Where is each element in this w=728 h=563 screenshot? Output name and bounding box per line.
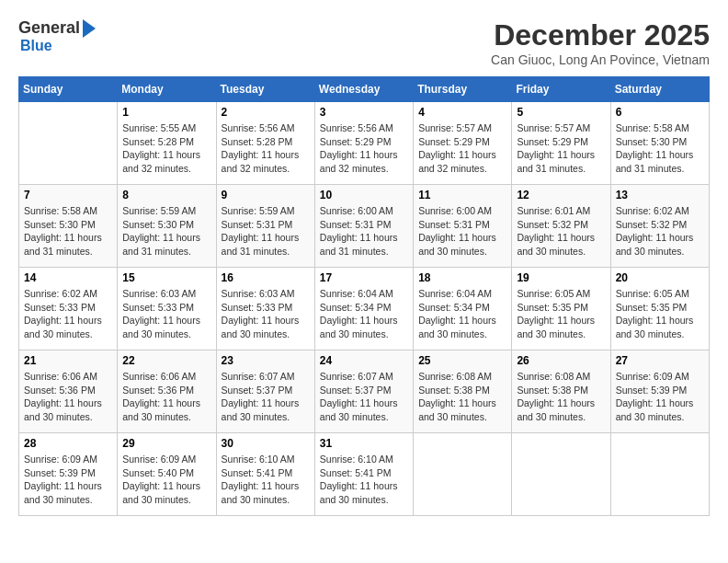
day-info: Sunrise: 6:00 AMSunset: 5:31 PMDaylight:…: [418, 204, 506, 259]
day-info: Sunrise: 5:59 AMSunset: 5:31 PMDaylight:…: [222, 204, 310, 259]
calendar-cell: 22Sunrise: 6:06 AMSunset: 5:36 PMDayligh…: [118, 350, 216, 433]
day-info: Sunrise: 6:05 AMSunset: 5:35 PMDaylight:…: [517, 287, 605, 341]
calendar-cell: 8Sunrise: 5:59 AMSunset: 5:30 PMDaylight…: [118, 185, 216, 268]
day-info: Sunrise: 6:08 AMSunset: 5:38 PMDaylight:…: [418, 370, 506, 424]
column-header-monday: Monday: [118, 77, 216, 102]
calendar-cell: 16Sunrise: 6:03 AMSunset: 5:33 PMDayligh…: [216, 268, 314, 350]
day-number: 10: [320, 189, 408, 201]
day-number: 9: [222, 189, 310, 201]
logo: General Blue: [18, 18, 96, 54]
calendar-cell: 1Sunrise: 5:55 AMSunset: 5:28 PMDaylight…: [118, 102, 216, 185]
day-number: 25: [418, 354, 506, 367]
day-number: 2: [222, 106, 310, 119]
calendar-cell: [414, 433, 512, 516]
calendar-cell: [19, 102, 118, 185]
day-number: 11: [418, 189, 506, 201]
day-number: 24: [320, 354, 408, 367]
calendar-cell: [610, 433, 709, 516]
day-number: 17: [320, 271, 408, 284]
day-number: 4: [418, 106, 506, 119]
day-info: Sunrise: 6:02 AMSunset: 5:33 PMDaylight:…: [24, 287, 112, 341]
calendar-cell: 13Sunrise: 6:02 AMSunset: 5:32 PMDayligh…: [610, 185, 709, 268]
column-header-tuesday: Tuesday: [216, 77, 314, 102]
day-info: Sunrise: 5:57 AMSunset: 5:29 PMDaylight:…: [418, 121, 506, 176]
day-info: Sunrise: 5:57 AMSunset: 5:29 PMDaylight:…: [517, 121, 605, 176]
day-info: Sunrise: 6:06 AMSunset: 5:36 PMDaylight:…: [122, 370, 210, 424]
day-number: 31: [320, 437, 408, 450]
day-info: Sunrise: 6:09 AMSunset: 5:39 PMDaylight:…: [24, 453, 112, 507]
day-number: 23: [222, 354, 310, 367]
day-info: Sunrise: 6:08 AMSunset: 5:38 PMDaylight:…: [517, 370, 605, 424]
calendar-cell: 21Sunrise: 6:06 AMSunset: 5:36 PMDayligh…: [19, 350, 118, 433]
column-header-thursday: Thursday: [414, 77, 512, 102]
calendar-cell: 12Sunrise: 6:01 AMSunset: 5:32 PMDayligh…: [512, 185, 610, 268]
calendar-cell: 27Sunrise: 6:09 AMSunset: 5:39 PMDayligh…: [610, 350, 709, 433]
day-info: Sunrise: 6:10 AMSunset: 5:41 PMDaylight:…: [320, 453, 408, 507]
day-number: 18: [418, 271, 506, 284]
day-info: Sunrise: 6:03 AMSunset: 5:33 PMDaylight:…: [122, 287, 210, 341]
calendar-cell: 20Sunrise: 6:05 AMSunset: 5:35 PMDayligh…: [610, 268, 709, 350]
calendar-cell: 6Sunrise: 5:58 AMSunset: 5:30 PMDaylight…: [610, 102, 709, 185]
logo-general-text: General: [18, 18, 80, 38]
day-number: 15: [122, 271, 210, 284]
day-number: 7: [24, 189, 112, 201]
day-info: Sunrise: 6:07 AMSunset: 5:37 PMDaylight:…: [222, 370, 310, 424]
calendar-cell: 31Sunrise: 6:10 AMSunset: 5:41 PMDayligh…: [314, 433, 413, 516]
calendar-cell: 11Sunrise: 6:00 AMSunset: 5:31 PMDayligh…: [414, 185, 512, 268]
calendar-cell: 17Sunrise: 6:04 AMSunset: 5:34 PMDayligh…: [314, 268, 413, 350]
day-info: Sunrise: 6:00 AMSunset: 5:31 PMDaylight:…: [320, 204, 408, 259]
day-number: 29: [122, 437, 210, 450]
day-info: Sunrise: 6:05 AMSunset: 5:35 PMDaylight:…: [616, 287, 704, 341]
calendar-cell: 28Sunrise: 6:09 AMSunset: 5:39 PMDayligh…: [19, 433, 118, 516]
day-number: 13: [616, 189, 704, 201]
day-number: 28: [24, 437, 112, 450]
calendar-cell: [512, 433, 610, 516]
calendar-cell: 24Sunrise: 6:07 AMSunset: 5:37 PMDayligh…: [314, 350, 413, 433]
day-info: Sunrise: 6:01 AMSunset: 5:32 PMDaylight:…: [517, 204, 605, 259]
day-number: 19: [517, 271, 605, 284]
calendar-cell: 5Sunrise: 5:57 AMSunset: 5:29 PMDaylight…: [512, 102, 610, 185]
calendar-cell: 7Sunrise: 5:58 AMSunset: 5:30 PMDaylight…: [19, 185, 118, 268]
title-area: December 2025 Can Giuoc, Long An Povince…: [491, 18, 710, 67]
day-info: Sunrise: 6:06 AMSunset: 5:36 PMDaylight:…: [24, 370, 112, 424]
calendar-cell: 15Sunrise: 6:03 AMSunset: 5:33 PMDayligh…: [118, 268, 216, 350]
day-info: Sunrise: 6:02 AMSunset: 5:32 PMDaylight:…: [616, 204, 704, 259]
calendar-table: SundayMondayTuesdayWednesdayThursdayFrid…: [18, 76, 710, 516]
calendar-cell: 9Sunrise: 5:59 AMSunset: 5:31 PMDaylight…: [216, 185, 314, 268]
day-info: Sunrise: 6:04 AMSunset: 5:34 PMDaylight:…: [418, 287, 506, 341]
day-info: Sunrise: 6:03 AMSunset: 5:33 PMDaylight:…: [222, 287, 310, 341]
location-subtitle: Can Giuoc, Long An Povince, Vietnam: [491, 52, 710, 67]
calendar-cell: 30Sunrise: 6:10 AMSunset: 5:41 PMDayligh…: [216, 433, 314, 516]
day-number: 8: [122, 189, 210, 201]
day-number: 14: [24, 271, 112, 284]
column-header-saturday: Saturday: [610, 77, 709, 102]
calendar-cell: 4Sunrise: 5:57 AMSunset: 5:29 PMDaylight…: [414, 102, 512, 185]
day-info: Sunrise: 5:58 AMSunset: 5:30 PMDaylight:…: [616, 121, 704, 176]
logo-arrow-icon: [83, 19, 96, 38]
calendar-cell: 23Sunrise: 6:07 AMSunset: 5:37 PMDayligh…: [216, 350, 314, 433]
logo-blue-text: Blue: [20, 38, 52, 53]
month-title: December 2025: [491, 18, 710, 52]
calendar-cell: 2Sunrise: 5:56 AMSunset: 5:28 PMDaylight…: [216, 102, 314, 185]
day-info: Sunrise: 6:04 AMSunset: 5:34 PMDaylight:…: [320, 287, 408, 341]
day-info: Sunrise: 5:55 AMSunset: 5:28 PMDaylight:…: [122, 121, 210, 176]
day-number: 12: [517, 189, 605, 201]
column-header-friday: Friday: [512, 77, 610, 102]
page-header: General Blue December 2025 Can Giuoc, Lo…: [18, 18, 710, 67]
day-info: Sunrise: 6:09 AMSunset: 5:40 PMDaylight:…: [122, 453, 210, 507]
day-info: Sunrise: 5:56 AMSunset: 5:29 PMDaylight:…: [320, 121, 408, 176]
week-row-5: 28Sunrise: 6:09 AMSunset: 5:39 PMDayligh…: [19, 433, 710, 516]
calendar-cell: 29Sunrise: 6:09 AMSunset: 5:40 PMDayligh…: [118, 433, 216, 516]
calendar-cell: 19Sunrise: 6:05 AMSunset: 5:35 PMDayligh…: [512, 268, 610, 350]
day-number: 16: [222, 271, 310, 284]
column-header-sunday: Sunday: [19, 77, 118, 102]
day-number: 30: [222, 437, 310, 450]
header-row: SundayMondayTuesdayWednesdayThursdayFrid…: [19, 77, 710, 102]
day-number: 27: [616, 354, 704, 367]
calendar-cell: 3Sunrise: 5:56 AMSunset: 5:29 PMDaylight…: [314, 102, 413, 185]
day-number: 20: [616, 271, 704, 284]
day-number: 22: [122, 354, 210, 367]
calendar-cell: 10Sunrise: 6:00 AMSunset: 5:31 PMDayligh…: [314, 185, 413, 268]
calendar-cell: 25Sunrise: 6:08 AMSunset: 5:38 PMDayligh…: [414, 350, 512, 433]
calendar-cell: 14Sunrise: 6:02 AMSunset: 5:33 PMDayligh…: [19, 268, 118, 350]
